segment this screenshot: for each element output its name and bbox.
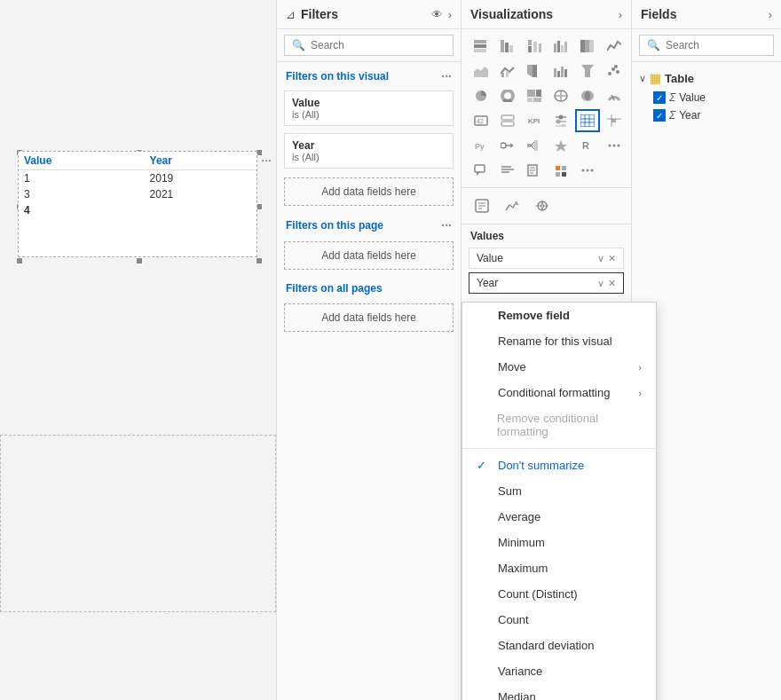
ctx-sum[interactable]: Sum — [462, 478, 656, 504]
svg-rect-0 — [474, 40, 486, 43]
add-data-page-btn[interactable]: Add data fields here — [284, 241, 454, 270]
ctx-count[interactable]: Count — [462, 607, 656, 633]
ctx-conditional-formatting[interactable]: Conditional formatting › — [462, 380, 656, 405]
viz-icon-clustered-bar[interactable] — [495, 35, 520, 58]
viz-icon-r[interactable]: R — [575, 134, 600, 157]
svg-point-53 — [562, 124, 566, 128]
table-icon: ▦ — [650, 71, 661, 85]
ctx-variance[interactable]: Variance — [462, 658, 656, 684]
add-data-all-pages-btn[interactable]: Add data fields here — [284, 303, 454, 332]
fields-group-table[interactable]: ∨ ▦ Table — [632, 67, 781, 89]
viz-icon-python[interactable]: Py — [469, 134, 493, 157]
viz-icon-color-square[interactable] — [548, 159, 573, 182]
viz-icon-table[interactable] — [575, 109, 600, 132]
filters-eye-icon[interactable]: 👁 — [431, 8, 443, 21]
more-options-icon[interactable]: ··· — [261, 153, 272, 167]
filters-on-visual-menu[interactable]: ··· — [441, 69, 452, 83]
ctx-count-distinct[interactable]: Count (Distinct) — [462, 581, 656, 607]
viz-icon-narrative[interactable] — [495, 159, 520, 182]
svg-line-70 — [531, 146, 534, 149]
resize-handle-bm[interactable] — [136, 257, 143, 264]
ctx-rename[interactable]: Rename for this visual — [462, 328, 656, 354]
cell-value-1: 1 — [19, 170, 145, 187]
ctx-remove-field[interactable]: Remove field — [462, 303, 656, 328]
viz-icon-slicer[interactable] — [548, 109, 573, 132]
fields-expand-icon[interactable]: › — [769, 8, 772, 21]
ctx-median[interactable]: Median — [462, 684, 656, 700]
viz-icon-funnel[interactable] — [575, 59, 600, 83]
resize-handle-bl[interactable] — [16, 257, 23, 264]
viz-icon-ribbon[interactable] — [522, 59, 547, 83]
svg-rect-12 — [561, 45, 564, 52]
viz-icon-line[interactable] — [602, 35, 627, 58]
viz-icon-ai-smart[interactable] — [548, 134, 573, 157]
viz-icon-multi-row-card[interactable] — [495, 109, 520, 132]
ctx-minimum[interactable]: Minimum — [462, 530, 656, 555]
viz-icon-map[interactable] — [548, 84, 573, 107]
filters-search-box: 🔍 — [284, 35, 454, 56]
fields-sigma-year: Σ — [669, 109, 675, 122]
filter-card-year[interactable]: Year is (All) — [284, 133, 454, 169]
svg-point-49 — [559, 115, 564, 120]
fields-search-box: 🔍 — [639, 35, 774, 56]
resize-handle-br[interactable] — [256, 257, 263, 264]
fields-check-value: ✓ — [653, 91, 666, 104]
viz-icon-kpi[interactable]: KPI — [522, 109, 547, 132]
viz-icon-card[interactable]: 42 — [469, 109, 493, 132]
viz-bottom-icons — [462, 188, 631, 224]
viz-icon-treemap[interactable] — [522, 84, 547, 107]
ctx-dont-summarize[interactable]: ✓ Don't summarize — [462, 452, 656, 478]
filters-expand-icon[interactable]: › — [448, 8, 452, 21]
svg-rect-45 — [501, 115, 514, 120]
viz-icon-gauge[interactable] — [602, 84, 627, 107]
viz-icon-paginated[interactable] — [522, 159, 547, 182]
canvas-dotted-bottom — [0, 435, 276, 612]
viz-expand-icon[interactable]: › — [619, 8, 622, 21]
viz-icon-more[interactable] — [602, 134, 627, 157]
svg-rect-13 — [564, 42, 567, 52]
viz-icon-ellipsis-more[interactable] — [575, 159, 600, 182]
viz-icon-clustered-col[interactable] — [548, 35, 573, 58]
fields-item-year[interactable]: ✓ Σ Year — [632, 106, 781, 124]
viz-icon-waterfall[interactable] — [548, 59, 573, 83]
svg-rect-8 — [533, 42, 537, 52]
viz-fields-icon[interactable] — [529, 193, 556, 218]
filters-search-input[interactable] — [311, 39, 446, 51]
viz-format-icon[interactable] — [469, 193, 495, 218]
viz-icon-100pct-bar[interactable] — [575, 35, 600, 58]
viz-analytics-icon[interactable] — [499, 193, 525, 218]
chevron-down-icon-year[interactable]: ∨ — [597, 278, 604, 289]
add-data-visual-btn[interactable]: Add data fields here — [284, 177, 454, 206]
viz-icon-donut[interactable] — [495, 84, 520, 107]
col-header-value: Value — [19, 152, 145, 170]
context-menu: Remove field Rename for this visual Move… — [462, 302, 657, 700]
viz-icon-stacked-bar[interactable] — [469, 35, 493, 58]
fields-search-input[interactable] — [666, 39, 781, 51]
filters-on-page-menu[interactable]: ··· — [441, 218, 452, 232]
viz-icon-filled-map[interactable] — [575, 84, 600, 107]
values-field-year[interactable]: Year ∨ ✕ — [469, 272, 624, 294]
values-field-value[interactable]: Value ∨ ✕ — [469, 248, 624, 269]
filter-card-value[interactable]: Value is (All) — [284, 90, 454, 126]
viz-icon-line-clustered[interactable] — [495, 59, 520, 83]
viz-icon-stacked-col[interactable] — [522, 35, 547, 58]
ctx-move[interactable]: Move › — [462, 354, 656, 380]
viz-icon-pie[interactable] — [469, 84, 493, 107]
viz-icon-area[interactable] — [469, 59, 493, 83]
svg-rect-72 — [534, 144, 538, 147]
svg-rect-10 — [554, 43, 556, 52]
search-icon: 🔍 — [292, 39, 305, 51]
viz-icon-matrix[interactable] — [602, 109, 627, 132]
viz-icon-scatter[interactable] — [602, 59, 627, 83]
filter-value-condition: is (All) — [292, 109, 446, 120]
viz-icon-decomposition-tree[interactable] — [522, 134, 547, 157]
ctx-std-deviation[interactable]: Standard deviation — [462, 633, 656, 658]
viz-icon-key-influencers[interactable] — [495, 134, 520, 157]
close-icon-year[interactable]: ✕ — [608, 278, 616, 289]
chevron-down-icon[interactable]: ∨ — [597, 253, 604, 264]
ctx-average[interactable]: Average — [462, 504, 656, 530]
close-icon[interactable]: ✕ — [608, 253, 616, 264]
viz-icon-qna[interactable] — [469, 159, 493, 182]
fields-item-value[interactable]: ✓ Σ Value — [632, 89, 781, 106]
ctx-maximum[interactable]: Maximum — [462, 555, 656, 581]
